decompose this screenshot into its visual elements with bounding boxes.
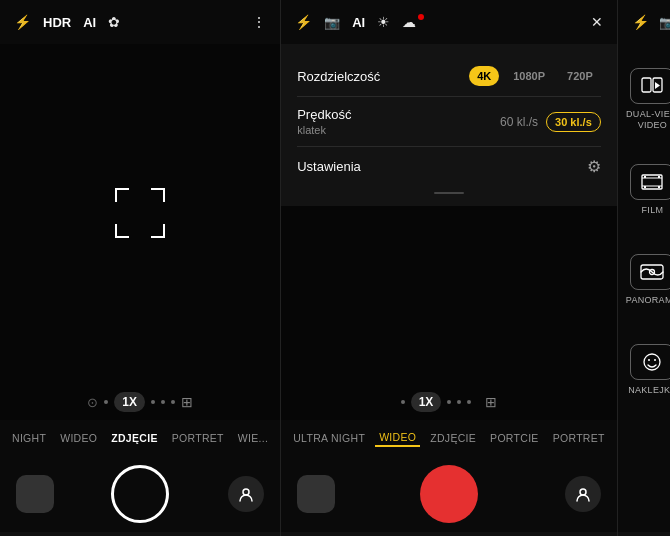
- panorama-label: PANORAMA: [626, 295, 670, 306]
- res-720p[interactable]: 720P: [559, 66, 601, 86]
- more-flash-icon[interactable]: ⚡: [632, 14, 649, 30]
- zoom-1x[interactable]: 1X: [114, 392, 145, 412]
- svg-rect-13: [644, 186, 646, 188]
- photo-zoom-bar: ⊙ 1X ⊞: [0, 392, 280, 412]
- more-mode-tabs: WIĘCEJ ✏: [618, 420, 670, 456]
- settings-divider: [434, 192, 464, 194]
- dual-view-icon: [630, 68, 670, 104]
- photo-viewfinder: ⊙ 1X ⊞: [0, 44, 280, 420]
- more-panel: ⚡ 📷 AI ☀ ☁ ✕ DUAL-VIEWVIDEO: [618, 0, 670, 536]
- photo-mode-tabs: NIGHT WIDEO ZDJĘCIE PORTRET WIE...: [0, 420, 280, 456]
- film-icon: [630, 164, 670, 200]
- ai-label[interactable]: AI: [83, 15, 96, 30]
- video-tab-portcie[interactable]: PORTCIE: [486, 430, 543, 446]
- tab-zdjecie[interactable]: ZDJĘCIE: [107, 430, 161, 446]
- video-zoom-1x[interactable]: 1X: [411, 392, 442, 412]
- hdr-label[interactable]: HDR: [43, 15, 71, 30]
- focus-ring: [115, 188, 165, 238]
- svg-point-0: [243, 489, 249, 495]
- settings-row: Ustawienia ⚙: [297, 147, 601, 186]
- video-shutter-row: [281, 456, 617, 532]
- tab-wideo[interactable]: WIDEO: [56, 430, 101, 446]
- menu-sticker[interactable]: NAKLEJKA: [622, 327, 670, 412]
- video-gallery-icon[interactable]: ⊞: [485, 394, 497, 410]
- fps-row: Prędkośćklatek 60 kl./s 30 kl./s: [297, 97, 601, 147]
- resolution-options: 4K 1080P 720P: [469, 66, 601, 86]
- mode-menu-grid: DUAL-VIEWVIDEO ZWOLNIONETEMPO: [618, 44, 670, 420]
- more-icon[interactable]: ⋮: [252, 14, 266, 30]
- svg-rect-2: [642, 78, 651, 92]
- photo-selfie-btn[interactable]: [228, 476, 264, 512]
- video-thumbnail[interactable]: [297, 475, 335, 513]
- more-bottom-space: [618, 456, 670, 532]
- resolution-label: Rozdzielczość: [297, 69, 469, 84]
- photo-shutter-row: [0, 456, 280, 532]
- video-close-icon[interactable]: ✕: [591, 14, 603, 30]
- photo-shutter-btn[interactable]: [111, 465, 169, 523]
- sticker-icon: [630, 344, 670, 380]
- tab-wie[interactable]: WIE...: [234, 430, 272, 446]
- svg-point-23: [648, 359, 650, 361]
- svg-rect-11: [644, 176, 646, 178]
- video-effects-icon[interactable]: ☁: [402, 14, 424, 30]
- zoom-dot-3: [161, 400, 165, 404]
- fps-60: 60 kl./s: [500, 115, 538, 129]
- menu-film[interactable]: FILM: [622, 147, 670, 232]
- effects-icon[interactable]: ✿: [108, 14, 120, 30]
- svg-marker-4: [655, 82, 660, 89]
- video-shutter-btn[interactable]: [420, 465, 478, 523]
- menu-dual-view[interactable]: DUAL-VIEWVIDEO: [622, 52, 670, 147]
- menu-panorama[interactable]: PANORAMA: [622, 232, 670, 327]
- video-zoom-bar: 1X ⊞: [281, 392, 617, 412]
- res-4k[interactable]: 4K: [469, 66, 499, 86]
- video-tab-ultranight[interactable]: ULTRA NIGHT: [289, 430, 369, 446]
- fps-label: Prędkośćklatek: [297, 107, 500, 136]
- gallery-icon[interactable]: ⊞: [181, 394, 193, 410]
- settings-gear-icon[interactable]: ⚙: [587, 157, 601, 176]
- photo-panel: ⚡ HDR AI ✿ ⋮ ⊙ 1X ⊞ NIGHT WIDEO ZDJĘCIE: [0, 0, 281, 536]
- video-tab-wideo[interactable]: WIDEO: [375, 429, 420, 447]
- resolution-row: Rozdzielczość 4K 1080P 720P: [297, 56, 601, 97]
- zoom-dot-2: [151, 400, 155, 404]
- more-toolbar: ⚡ 📷 AI ☀ ☁ ✕: [618, 0, 670, 44]
- settings-text: Ustawienia: [297, 159, 587, 174]
- video-settings-overlay: Rozdzielczość 4K 1080P 720P Prędkośćklat…: [281, 44, 617, 206]
- photo-thumbnail[interactable]: [16, 475, 54, 513]
- video-sun-icon[interactable]: ☀: [377, 14, 390, 30]
- svg-rect-12: [658, 176, 660, 178]
- res-1080p[interactable]: 1080P: [505, 66, 553, 86]
- video-mode-tabs: ULTRA NIGHT WIDEO ZDJĘCIE PORTCIE PORTRE…: [281, 420, 617, 456]
- dual-view-label: DUAL-VIEWVIDEO: [626, 109, 670, 131]
- video-panel: ⚡ 📷 AI ☀ ☁ ✕ Rozdzielczość 4K 1080P 720P…: [281, 0, 618, 536]
- fps-30[interactable]: 30 kl./s: [546, 112, 601, 132]
- video-toolbar: ⚡ 📷 AI ☀ ☁ ✕: [281, 0, 617, 44]
- panorama-icon: [630, 254, 670, 290]
- film-label: FILM: [642, 205, 664, 216]
- photo-toolbar: ⚡ HDR AI ✿ ⋮: [0, 0, 280, 44]
- zoom-dot-4: [171, 400, 175, 404]
- zoom-dot-1: [104, 400, 108, 404]
- tab-portret[interactable]: PORTRET: [168, 430, 228, 446]
- more-camera-icon[interactable]: 📷: [659, 15, 670, 30]
- video-flash-icon[interactable]: ⚡: [295, 14, 312, 30]
- sticker-label: NAKLEJKA: [628, 385, 670, 396]
- tab-night[interactable]: NIGHT: [8, 430, 50, 446]
- photo-gallery-left[interactable]: ⊙: [87, 395, 98, 410]
- video-selfie-btn[interactable]: [565, 476, 601, 512]
- svg-point-1: [580, 489, 586, 495]
- svg-rect-14: [658, 186, 660, 188]
- svg-point-24: [654, 359, 656, 361]
- video-tab-portret[interactable]: PORTRET: [549, 430, 609, 446]
- flash-icon[interactable]: ⚡: [14, 14, 31, 30]
- video-camera-icon[interactable]: 📷: [324, 15, 340, 30]
- video-tab-zdjecie[interactable]: ZDJĘCIE: [426, 430, 480, 446]
- video-ai-label[interactable]: AI: [352, 15, 365, 30]
